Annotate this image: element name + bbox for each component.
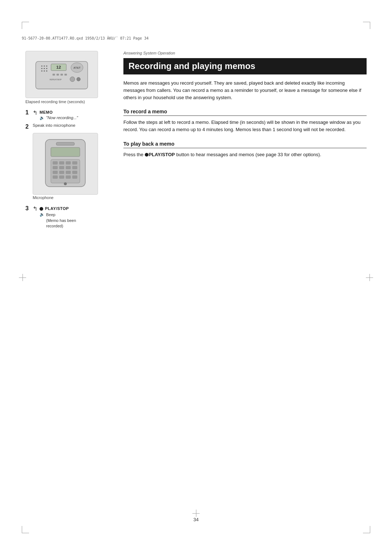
svg-rect-22	[56, 142, 74, 145]
step-3-content: PLAY/STOP 🔉 Beep(Memo has beenrecorded)	[40, 205, 113, 229]
svg-rect-25	[53, 161, 58, 165]
microphone-label: Microphone	[33, 195, 113, 200]
svg-text:12: 12	[56, 65, 61, 69]
section-label: Answering System Operation	[123, 51, 367, 55]
answering-machine-image: 12 AT&T REPEAT/SKIP	[25, 51, 98, 98]
svg-point-7	[41, 70, 42, 72]
svg-rect-37	[53, 175, 58, 179]
svg-point-2	[44, 65, 45, 66]
svg-point-8	[44, 70, 45, 72]
svg-rect-31	[66, 166, 71, 169]
subsection-body-playback: Press the PLAY/STOP button to hear messa…	[123, 151, 367, 158]
header-text: 91-5677-20-00.ATT1477.RO.qxd 1950/2/13 Ã…	[22, 36, 148, 40]
right-column: Answering System Operation Recording and…	[123, 47, 367, 515]
svg-rect-35	[66, 171, 71, 174]
intro-text: Memos are messages you record yourself. …	[123, 80, 367, 101]
step-1-sub: 🔉 "Now recording..."	[40, 116, 113, 120]
svg-rect-38	[59, 175, 64, 179]
svg-rect-30	[59, 166, 64, 169]
svg-point-9	[46, 70, 47, 72]
playback-dot-icon	[145, 153, 148, 157]
step-1-content: MEMO 🔉 "Now recording..."	[40, 109, 113, 120]
subsection-body-record: Follow the steps at left to record a mem…	[123, 119, 367, 133]
step-2-desc: Speak into microphone	[33, 123, 113, 127]
svg-rect-29	[53, 166, 58, 169]
svg-point-1	[41, 65, 42, 66]
svg-rect-13	[57, 74, 59, 76]
phone-handset-image	[33, 133, 98, 195]
crosshair-left	[19, 274, 26, 281]
svg-rect-23	[51, 147, 80, 157]
step-3-beep-text: Beep(Memo has beenrecorded)	[46, 212, 76, 229]
svg-point-41	[64, 182, 67, 185]
corner-mark-bl	[22, 526, 29, 533]
svg-rect-12	[53, 74, 55, 76]
step-1-memo-icon: ↰	[33, 109, 37, 116]
svg-rect-26	[59, 161, 64, 165]
svg-point-6	[46, 68, 47, 69]
crosshair-right	[366, 274, 373, 281]
playback-bold: PLAY/STOP	[149, 152, 175, 157]
svg-rect-15	[65, 74, 67, 76]
svg-rect-28	[72, 161, 77, 165]
step-2-number: 2	[25, 123, 31, 130]
subsection-title-record: To record a memo	[123, 109, 367, 116]
svg-rect-34	[59, 171, 64, 174]
playback-text-end: button to hear messages and memos (see p…	[175, 152, 321, 157]
svg-rect-36	[72, 171, 77, 174]
subsection-title-playback: To play back a memo	[123, 141, 367, 148]
header-line: 91-5677-20-00.ATT1477.RO.qxd 1950/2/13 Ã…	[22, 36, 370, 40]
step-1: 1 ↰ MEMO 🔉 "Now recording..."	[25, 109, 113, 120]
svg-point-20	[77, 77, 80, 81]
svg-rect-40	[72, 175, 77, 179]
play-stop-dot-icon	[40, 207, 43, 211]
corner-mark-tl	[22, 22, 29, 29]
corner-mark-tr	[363, 22, 370, 29]
step-1-sub-text: "Now recording..."	[46, 116, 78, 120]
step-3-number: 3	[25, 205, 31, 212]
playback-text-start: Press the	[123, 152, 145, 157]
step-3: 3 ↰ PLAY/STOP 🔉 Beep(Memo has beenrecord…	[25, 205, 113, 229]
page-content: 12 AT&T REPEAT/SKIP Elapsed recording ti…	[25, 47, 367, 515]
svg-rect-27	[66, 161, 71, 165]
step-3-icon: ↰	[33, 205, 37, 212]
svg-rect-33	[53, 171, 58, 174]
step-3-speaker-icon: 🔉	[40, 212, 45, 217]
left-column: 12 AT&T REPEAT/SKIP Elapsed recording ti…	[25, 47, 113, 515]
svg-point-4	[41, 68, 42, 69]
svg-text:REPEAT/SKIP: REPEAT/SKIP	[50, 78, 62, 81]
svg-rect-14	[61, 74, 63, 76]
svg-rect-32	[72, 166, 77, 169]
step-1-number: 1	[25, 109, 31, 116]
step-2-content: Speak into microphone	[33, 123, 113, 129]
step-1-speaker-icon: 🔉	[40, 116, 45, 120]
svg-point-19	[70, 77, 75, 81]
elapsed-label: Elapsed recording time (seconds)	[25, 100, 113, 104]
svg-text:AT&T: AT&T	[73, 66, 81, 69]
svg-point-5	[44, 68, 45, 69]
svg-rect-39	[66, 175, 71, 179]
svg-point-3	[46, 65, 47, 66]
page-number: 34	[193, 517, 199, 522]
step-2: 2 Speak into microphone	[25, 123, 113, 130]
step-3-button-label: PLAY/STOP	[45, 206, 69, 211]
corner-mark-br	[363, 526, 370, 533]
step-1-button-label: MEMO	[40, 110, 53, 114]
step-3-beep: 🔉 Beep(Memo has beenrecorded)	[40, 212, 113, 229]
section-title: Recording and playing memos	[123, 58, 367, 74]
